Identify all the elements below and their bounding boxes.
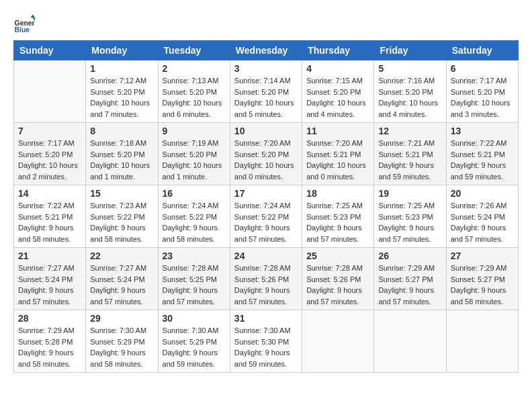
day-number: 5	[378, 63, 441, 74]
day-info: Sunrise: 7:30 AM Sunset: 5:30 PM Dayligh…	[234, 325, 298, 369]
day-info: Sunrise: 7:29 AM Sunset: 5:27 PM Dayligh…	[451, 263, 514, 307]
day-number: 23	[163, 250, 226, 261]
day-number: 2	[163, 63, 226, 74]
day-info: Sunrise: 7:22 AM Sunset: 5:21 PM Dayligh…	[451, 138, 514, 182]
page-header: General Blue	[13, 13, 519, 35]
day-info: Sunrise: 7:30 AM Sunset: 5:29 PM Dayligh…	[90, 325, 153, 369]
day-info: Sunrise: 7:23 AM Sunset: 5:22 PM Dayligh…	[90, 200, 153, 244]
day-number: 7	[18, 126, 81, 136]
day-number: 4	[306, 63, 369, 74]
calendar-day-cell: 13Sunrise: 7:22 AM Sunset: 5:21 PM Dayli…	[446, 123, 518, 185]
calendar-week-row: 7Sunrise: 7:17 AM Sunset: 5:20 PM Daylig…	[14, 123, 519, 185]
calendar-week-row: 14Sunrise: 7:22 AM Sunset: 5:21 PM Dayli…	[14, 185, 519, 248]
calendar-day-cell: 11Sunrise: 7:20 AM Sunset: 5:21 PM Dayli…	[302, 123, 374, 185]
day-info: Sunrise: 7:21 AM Sunset: 5:21 PM Dayligh…	[378, 138, 441, 182]
day-info: Sunrise: 7:25 AM Sunset: 5:23 PM Dayligh…	[378, 200, 441, 244]
weekday-header-cell: Saturday	[446, 41, 518, 60]
day-number: 16	[163, 188, 226, 199]
weekday-header-cell: Tuesday	[158, 41, 230, 60]
day-number: 30	[163, 313, 226, 324]
day-number: 15	[90, 188, 153, 199]
calendar-day-cell: 4Sunrise: 7:15 AM Sunset: 5:20 PM Daylig…	[302, 60, 374, 123]
day-info: Sunrise: 7:28 AM Sunset: 5:25 PM Dayligh…	[163, 263, 226, 307]
day-info: Sunrise: 7:12 AM Sunset: 5:20 PM Dayligh…	[90, 75, 153, 120]
calendar-day-cell: 30Sunrise: 7:30 AM Sunset: 5:29 PM Dayli…	[158, 310, 230, 373]
day-info: Sunrise: 7:24 AM Sunset: 5:22 PM Dayligh…	[163, 200, 226, 244]
calendar-day-cell: 29Sunrise: 7:30 AM Sunset: 5:29 PM Dayli…	[86, 310, 158, 373]
day-info: Sunrise: 7:25 AM Sunset: 5:23 PM Dayligh…	[306, 200, 369, 244]
calendar-day-cell	[302, 310, 374, 373]
calendar-day-cell: 21Sunrise: 7:27 AM Sunset: 5:24 PM Dayli…	[14, 248, 86, 310]
svg-marker-2	[31, 15, 35, 18]
day-number: 29	[90, 313, 153, 324]
calendar-day-cell	[374, 310, 446, 373]
day-info: Sunrise: 7:28 AM Sunset: 5:26 PM Dayligh…	[234, 263, 298, 307]
day-info: Sunrise: 7:24 AM Sunset: 5:22 PM Dayligh…	[234, 200, 298, 244]
weekday-header-cell: Thursday	[302, 41, 374, 60]
day-info: Sunrise: 7:16 AM Sunset: 5:20 PM Dayligh…	[378, 75, 441, 120]
day-info: Sunrise: 7:29 AM Sunset: 5:28 PM Dayligh…	[18, 325, 81, 369]
day-info: Sunrise: 7:18 AM Sunset: 5:20 PM Dayligh…	[90, 138, 153, 182]
day-info: Sunrise: 7:19 AM Sunset: 5:20 PM Dayligh…	[163, 138, 226, 182]
day-number: 28	[18, 313, 81, 324]
weekday-header-cell: Wednesday	[230, 41, 302, 60]
weekday-header-cell: Sunday	[14, 41, 86, 60]
day-info: Sunrise: 7:17 AM Sunset: 5:20 PM Dayligh…	[451, 75, 514, 120]
day-info: Sunrise: 7:27 AM Sunset: 5:24 PM Dayligh…	[90, 263, 153, 307]
day-info: Sunrise: 7:14 AM Sunset: 5:20 PM Dayligh…	[234, 75, 298, 120]
calendar-day-cell: 12Sunrise: 7:21 AM Sunset: 5:21 PM Dayli…	[374, 123, 446, 185]
day-number: 9	[163, 126, 226, 136]
day-number: 22	[90, 250, 153, 261]
calendar-day-cell: 26Sunrise: 7:29 AM Sunset: 5:27 PM Dayli…	[374, 248, 446, 310]
calendar-day-cell: 22Sunrise: 7:27 AM Sunset: 5:24 PM Dayli…	[86, 248, 158, 310]
logo-icon: General Blue	[13, 13, 35, 35]
day-number: 10	[234, 126, 298, 136]
day-number: 25	[306, 250, 369, 261]
calendar-day-cell: 27Sunrise: 7:29 AM Sunset: 5:27 PM Dayli…	[446, 248, 518, 310]
day-info: Sunrise: 7:17 AM Sunset: 5:20 PM Dayligh…	[18, 138, 81, 182]
day-number: 1	[90, 63, 153, 74]
day-number: 27	[451, 250, 514, 261]
weekday-header-cell: Friday	[374, 41, 446, 60]
calendar-day-cell: 15Sunrise: 7:23 AM Sunset: 5:22 PM Dayli…	[86, 185, 158, 248]
day-number: 17	[234, 188, 298, 199]
calendar-day-cell: 10Sunrise: 7:20 AM Sunset: 5:20 PM Dayli…	[230, 123, 302, 185]
day-number: 14	[18, 188, 81, 199]
day-info: Sunrise: 7:29 AM Sunset: 5:27 PM Dayligh…	[378, 263, 441, 307]
day-info: Sunrise: 7:15 AM Sunset: 5:20 PM Dayligh…	[306, 75, 369, 120]
day-number: 31	[234, 313, 298, 324]
weekday-header-cell: Monday	[86, 41, 158, 60]
day-info: Sunrise: 7:28 AM Sunset: 5:26 PM Dayligh…	[306, 263, 369, 307]
day-info: Sunrise: 7:27 AM Sunset: 5:24 PM Dayligh…	[18, 263, 81, 307]
day-info: Sunrise: 7:26 AM Sunset: 5:24 PM Dayligh…	[451, 200, 514, 244]
day-number: 19	[378, 188, 441, 199]
calendar-day-cell: 28Sunrise: 7:29 AM Sunset: 5:28 PM Dayli…	[14, 310, 86, 373]
calendar-body: 1Sunrise: 7:12 AM Sunset: 5:20 PM Daylig…	[14, 60, 519, 373]
calendar-day-cell: 20Sunrise: 7:26 AM Sunset: 5:24 PM Dayli…	[446, 185, 518, 248]
calendar-day-cell: 3Sunrise: 7:14 AM Sunset: 5:20 PM Daylig…	[230, 60, 302, 123]
day-number: 13	[451, 126, 514, 136]
calendar-day-cell: 31Sunrise: 7:30 AM Sunset: 5:30 PM Dayli…	[230, 310, 302, 373]
day-number: 6	[451, 63, 514, 74]
day-number: 26	[378, 250, 441, 261]
day-info: Sunrise: 7:22 AM Sunset: 5:21 PM Dayligh…	[18, 200, 81, 244]
calendar-day-cell: 18Sunrise: 7:25 AM Sunset: 5:23 PM Dayli…	[302, 185, 374, 248]
calendar-week-row: 28Sunrise: 7:29 AM Sunset: 5:28 PM Dayli…	[14, 310, 519, 373]
calendar-day-cell: 5Sunrise: 7:16 AM Sunset: 5:20 PM Daylig…	[374, 60, 446, 123]
calendar-day-cell: 8Sunrise: 7:18 AM Sunset: 5:20 PM Daylig…	[86, 123, 158, 185]
day-number: 11	[306, 126, 369, 136]
calendar-day-cell: 1Sunrise: 7:12 AM Sunset: 5:20 PM Daylig…	[86, 60, 158, 123]
weekday-header-row: SundayMondayTuesdayWednesdayThursdayFrid…	[14, 41, 519, 60]
calendar-day-cell: 6Sunrise: 7:17 AM Sunset: 5:20 PM Daylig…	[446, 60, 518, 123]
svg-text:Blue: Blue	[15, 26, 30, 34]
calendar-table: SundayMondayTuesdayWednesdayThursdayFrid…	[13, 40, 519, 373]
day-info: Sunrise: 7:20 AM Sunset: 5:21 PM Dayligh…	[306, 138, 369, 182]
svg-text:General: General	[15, 19, 35, 27]
day-info: Sunrise: 7:20 AM Sunset: 5:20 PM Dayligh…	[234, 138, 298, 182]
calendar-week-row: 1Sunrise: 7:12 AM Sunset: 5:20 PM Daylig…	[14, 60, 519, 123]
calendar-day-cell: 17Sunrise: 7:24 AM Sunset: 5:22 PM Dayli…	[230, 185, 302, 248]
calendar-day-cell: 23Sunrise: 7:28 AM Sunset: 5:25 PM Dayli…	[158, 248, 230, 310]
day-info: Sunrise: 7:30 AM Sunset: 5:29 PM Dayligh…	[163, 325, 226, 369]
day-number: 21	[18, 250, 81, 261]
calendar-day-cell: 24Sunrise: 7:28 AM Sunset: 5:26 PM Dayli…	[230, 248, 302, 310]
